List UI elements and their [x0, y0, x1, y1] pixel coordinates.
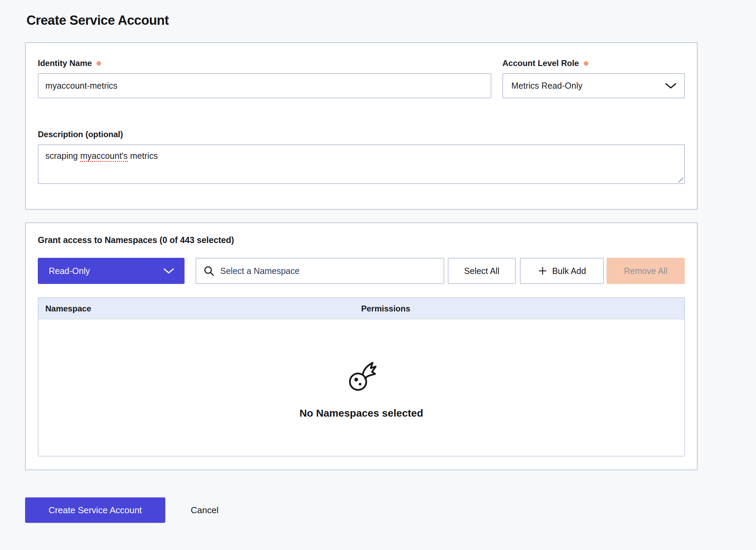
search-icon — [203, 265, 215, 277]
description-textarea[interactable]: scraping myaccount's metrics — [38, 144, 685, 184]
permission-role-dropdown[interactable]: Read-Only — [38, 258, 185, 284]
identity-name-input[interactable] — [38, 73, 491, 98]
create-service-account-page: Create Service Account Identity Name Acc… — [0, 0, 756, 523]
textarea-resize-handle[interactable] — [677, 176, 683, 182]
identity-card: Identity Name Account Level Role Metrics… — [25, 42, 698, 210]
required-dot — [97, 61, 101, 66]
chevron-down-icon — [665, 83, 677, 89]
description-text-before: scraping — [45, 151, 80, 161]
grant-access-header: Grant access to Namespaces (0 of 443 sel… — [38, 235, 685, 245]
empty-state: No Namespaces selected — [299, 361, 423, 419]
account-level-role-value: Metrics Read-Only — [511, 81, 582, 91]
namespaces-card: Grant access to Namespaces (0 of 443 sel… — [25, 222, 698, 470]
required-dot — [584, 61, 588, 66]
account-level-role-label: Account Level Role — [502, 58, 579, 68]
namespace-search-input[interactable] — [220, 266, 438, 276]
permission-role-value: Read-Only — [49, 266, 90, 276]
description-text-after: metrics — [128, 151, 158, 161]
account-level-role-select[interactable]: Metrics Read-Only — [502, 73, 685, 98]
bulk-add-button[interactable]: Bulk Add — [520, 258, 604, 284]
footer-actions: Create Service Account Cancel — [25, 497, 756, 523]
account-level-role-label-row: Account Level Role — [502, 58, 685, 68]
create-service-account-button[interactable]: Create Service Account — [25, 497, 165, 523]
remove-all-button[interactable]: Remove All — [607, 258, 685, 284]
identity-name-label-row: Identity Name — [38, 58, 491, 68]
column-header-permissions: Permissions — [361, 304, 684, 314]
empty-state-text: No Namespaces selected — [299, 407, 423, 419]
page-title: Create Service Account — [26, 12, 756, 28]
comet-icon — [346, 361, 377, 392]
description-label-row: Description (optional) — [38, 129, 685, 140]
cancel-button[interactable]: Cancel — [189, 505, 221, 516]
plus-icon — [538, 266, 547, 276]
description-label: Description (optional) — [38, 129, 123, 140]
namespaces-table-body: No Namespaces selected — [38, 319, 684, 456]
column-header-namespace: Namespace — [38, 304, 361, 314]
namespaces-toolbar: Read-Only Select All Bulk Add — [38, 258, 685, 284]
select-all-button[interactable]: Select All — [448, 258, 516, 284]
chevron-down-icon — [163, 268, 174, 274]
description-text-misspelled: myaccount's — [80, 151, 127, 162]
namespaces-table-header: Namespace Permissions — [38, 298, 684, 319]
namespace-search[interactable] — [196, 258, 444, 284]
namespaces-table: Namespace Permissions — [38, 297, 685, 456]
identity-name-label: Identity Name — [38, 58, 92, 68]
